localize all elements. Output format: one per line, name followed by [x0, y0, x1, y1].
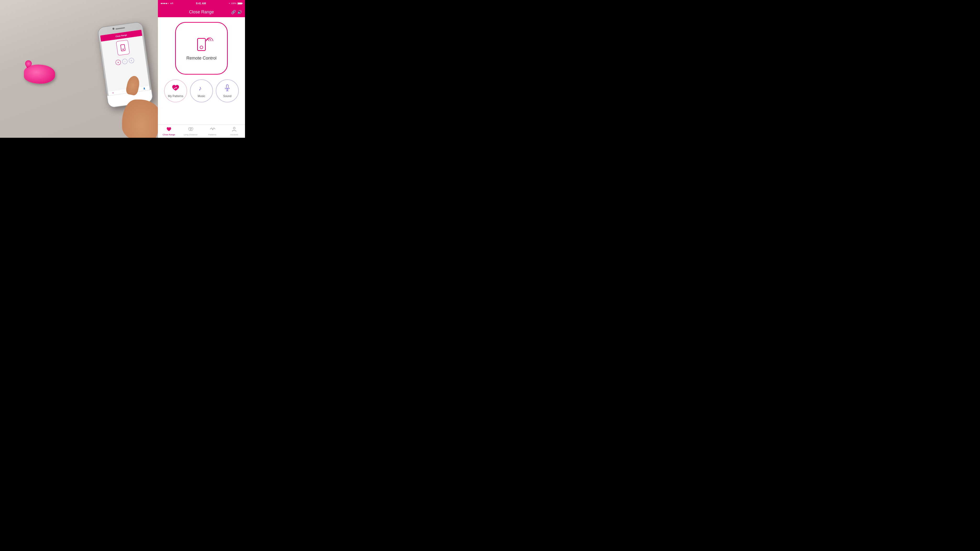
nav-long-distance-label: Long Distance — [184, 133, 197, 136]
status-time: 9:41 AM — [196, 2, 206, 5]
app-panel: wifi 9:41 AM ⌖ 100% Close Range 🔗 🔊 — [158, 0, 245, 138]
status-right: ⌖ 100% — [229, 2, 242, 5]
account-icon — [232, 127, 237, 133]
nav-patterns-label: Patterns — [208, 133, 216, 136]
phone-body-icon — [197, 38, 206, 51]
music-label: Music — [197, 94, 205, 98]
status-bar: wifi 9:41 AM ⌖ 100% — [158, 0, 245, 7]
photo-area: Close Range ♥ ♪ 🎙 — [0, 0, 158, 138]
remote-control-label: Remote Control — [186, 56, 216, 61]
svg-point-4 — [233, 127, 235, 129]
feature-buttons: My Patterns ♪ Music — [162, 79, 241, 102]
music-icon: ♪ — [197, 84, 205, 94]
phone-screen-title: Close Range — [115, 34, 127, 38]
close-range-icon — [166, 127, 172, 133]
signal-dot-5 — [167, 3, 169, 4]
signal-dot-3 — [164, 3, 165, 4]
svg-rect-1 — [226, 85, 228, 89]
pink-toy — [24, 65, 55, 84]
phone-screen-content: ♥ ♪ 🎙 ♥ ♡♡ 〜 👤 — [101, 36, 150, 96]
signal-dot-1 — [161, 3, 162, 4]
battery-percent: 100% — [231, 2, 236, 5]
long-distance-icon — [188, 127, 193, 133]
app-content: Remote Control My Patterns ♪ — [158, 17, 245, 124]
nav-account-label: Account — [230, 133, 238, 136]
signal-dot-2 — [162, 3, 164, 4]
my-patterns-button[interactable]: My Patterns — [164, 79, 187, 102]
battery-icon — [237, 2, 242, 5]
phone-speaker — [115, 27, 125, 30]
bottom-nav: Close Range Long Distance Patterns — [158, 124, 245, 138]
phone-mini-control — [116, 40, 130, 56]
patterns-icon — [210, 127, 215, 133]
remote-control-button[interactable]: Remote Control — [175, 22, 228, 75]
wifi-icon: wifi — [170, 2, 173, 5]
hand — [122, 100, 158, 138]
app-header: Close Range 🔗 🔊 — [158, 7, 245, 17]
header-title: Close Range — [189, 10, 214, 14]
signal-dot-4 — [166, 3, 167, 4]
microphone-icon — [223, 84, 231, 94]
svg-text:♪: ♪ — [199, 85, 202, 92]
phone-mini-phone-icon — [120, 44, 126, 51]
signal-arc-3 — [205, 36, 215, 46]
header-icons: 🔗 🔊 — [231, 10, 242, 14]
nav-account[interactable]: Account — [223, 125, 245, 138]
sound-icon[interactable]: 🔊 — [237, 10, 242, 14]
phone-screen: Close Range ♥ ♪ 🎙 — [100, 30, 150, 96]
phone-camera — [113, 28, 115, 30]
sound-label: Sound — [223, 94, 232, 98]
status-signal: wifi — [161, 2, 173, 5]
link-icon[interactable]: 🔗 — [231, 10, 236, 14]
my-patterns-icon — [172, 84, 180, 94]
nav-long-distance[interactable]: Long Distance — [180, 125, 202, 138]
my-patterns-label: My Patterns — [168, 94, 183, 98]
phone-signal-icon — [193, 36, 210, 53]
music-button[interactable]: ♪ Music — [190, 79, 213, 102]
bluetooth-icon: ⌖ — [229, 2, 230, 5]
nav-patterns[interactable]: Patterns — [202, 125, 223, 138]
nav-close-range[interactable]: Close Range — [158, 125, 180, 138]
nav-close-range-label: Close Range — [162, 133, 175, 136]
sound-button[interactable]: Sound — [216, 79, 239, 102]
